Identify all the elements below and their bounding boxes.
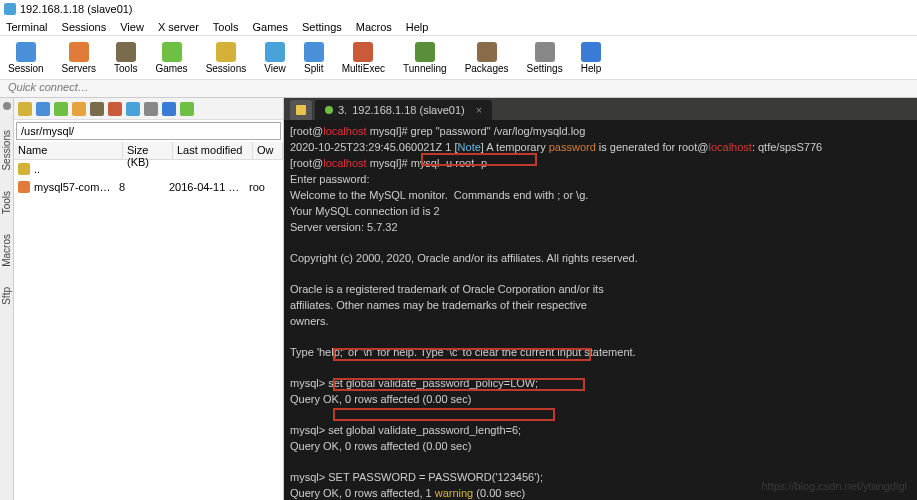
toolbar-session[interactable]: Session	[8, 42, 44, 74]
split-icon	[304, 42, 324, 62]
menu-settings[interactable]: Settings	[302, 21, 342, 33]
toolbar-label: View	[264, 63, 286, 74]
terminal-output[interactable]: [root@localhost mysql]# grep "password" …	[284, 120, 917, 500]
window-titlebar: 192.168.1.18 (slave01)	[0, 0, 917, 18]
file-browser-panel: Name Size (KB) Last modified Ow ..mysql5…	[14, 98, 284, 500]
file-toolbar-icon-7[interactable]	[144, 102, 158, 116]
toolbar-sessions[interactable]: Sessions	[206, 42, 247, 74]
games-icon	[162, 42, 182, 62]
toolbar-label: Packages	[465, 63, 509, 74]
toolbar-games[interactable]: Games	[155, 42, 187, 74]
status-dot-icon	[325, 106, 333, 114]
file-list: ..mysql57-community-release-el…82016-04-…	[14, 160, 283, 196]
file-columns-header: Name Size (KB) Last modified Ow	[14, 142, 283, 160]
file-toolbar-icon-2[interactable]	[54, 102, 68, 116]
terminal-tabbar: 3. 192.168.1.18 (slave01) ×	[284, 98, 917, 120]
view-icon	[265, 42, 285, 62]
toolbar-multiexec[interactable]: MultiExec	[342, 42, 385, 74]
side-tab-tools[interactable]: Tools	[1, 191, 12, 214]
file-name: ..	[34, 163, 119, 175]
home-tab[interactable]	[290, 100, 312, 120]
multiexec-icon	[353, 42, 373, 62]
pin-icon[interactable]	[3, 102, 11, 110]
col-lastmod[interactable]: Last modified	[173, 142, 253, 159]
file-icon	[18, 163, 30, 175]
quick-connect-bar[interactable]: Quick connect…	[0, 80, 917, 98]
menu-sessions[interactable]: Sessions	[62, 21, 107, 33]
packages-icon	[477, 42, 497, 62]
menu-games[interactable]: Games	[253, 21, 288, 33]
menu-xserver[interactable]: X server	[158, 21, 199, 33]
session-icon	[16, 42, 36, 62]
terminal-panel: 3. 192.168.1.18 (slave01) × [root@localh…	[284, 98, 917, 500]
menu-view[interactable]: View	[120, 21, 144, 33]
toolbar-label: Servers	[62, 63, 96, 74]
close-icon[interactable]: ×	[476, 104, 482, 116]
path-input[interactable]	[16, 122, 281, 140]
file-toolbar	[14, 98, 283, 120]
toolbar-label: Tunneling	[403, 63, 447, 74]
tunneling-icon	[415, 42, 435, 62]
col-size[interactable]: Size (KB)	[123, 142, 173, 159]
menu-terminal[interactable]: Terminal	[6, 21, 48, 33]
tab-index: 3.	[338, 104, 347, 116]
file-toolbar-icon-6[interactable]	[126, 102, 140, 116]
file-toolbar-icon-8[interactable]	[162, 102, 176, 116]
file-name: mysql57-community-release-el…	[34, 181, 119, 193]
help-icon	[581, 42, 601, 62]
vertical-sidebar: Sessions Tools Macros Sftp	[0, 98, 14, 500]
session-tab[interactable]: 3. 192.168.1.18 (slave01) ×	[315, 100, 492, 120]
toolbar-settings[interactable]: Settings	[527, 42, 563, 74]
file-toolbar-icon-9[interactable]	[180, 102, 194, 116]
sessions-icon	[216, 42, 236, 62]
toolbar-label: Settings	[527, 63, 563, 74]
main-toolbar: SessionServersToolsGamesSessionsViewSpli…	[0, 36, 917, 80]
toolbar-label: Tools	[114, 63, 137, 74]
toolbar-split[interactable]: Split	[304, 42, 324, 74]
watermark: https://blog.csdn.net/ytangdigl	[761, 479, 907, 494]
file-size: 8	[119, 181, 169, 193]
file-lastmod: 2016-04-11 …	[169, 181, 249, 193]
toolbar-label: MultiExec	[342, 63, 385, 74]
file-row[interactable]: mysql57-community-release-el…82016-04-11…	[14, 178, 283, 196]
file-icon	[18, 181, 30, 193]
file-toolbar-icon-4[interactable]	[90, 102, 104, 116]
toolbar-label: Sessions	[206, 63, 247, 74]
servers-icon	[69, 42, 89, 62]
file-toolbar-icon-5[interactable]	[108, 102, 122, 116]
toolbar-packages[interactable]: Packages	[465, 42, 509, 74]
app-icon	[4, 3, 16, 15]
toolbar-tools[interactable]: Tools	[114, 42, 137, 74]
tools-icon	[116, 42, 136, 62]
file-toolbar-icon-1[interactable]	[36, 102, 50, 116]
menu-macros[interactable]: Macros	[356, 21, 392, 33]
file-toolbar-icon-3[interactable]	[72, 102, 86, 116]
window-title: 192.168.1.18 (slave01)	[20, 3, 133, 15]
side-tab-sessions[interactable]: Sessions	[1, 130, 12, 171]
home-icon	[296, 105, 306, 115]
side-tab-sftp[interactable]: Sftp	[1, 287, 12, 305]
toolbar-label: Help	[581, 63, 602, 74]
toolbar-label: Split	[304, 63, 323, 74]
file-row[interactable]: ..	[14, 160, 283, 178]
toolbar-servers[interactable]: Servers	[62, 42, 96, 74]
col-name[interactable]: Name	[14, 142, 123, 159]
settings-icon	[535, 42, 555, 62]
toolbar-tunneling[interactable]: Tunneling	[403, 42, 447, 74]
toolbar-help[interactable]: Help	[581, 42, 602, 74]
toolbar-view[interactable]: View	[264, 42, 286, 74]
side-tab-macros[interactable]: Macros	[1, 234, 12, 267]
tab-label: 192.168.1.18 (slave01)	[352, 104, 465, 116]
file-owner: roo	[249, 181, 279, 193]
highlight-box	[333, 408, 555, 421]
toolbar-label: Session	[8, 63, 44, 74]
menu-bar: Terminal Sessions View X server Tools Ga…	[0, 18, 917, 36]
file-toolbar-icon-0[interactable]	[18, 102, 32, 116]
menu-tools[interactable]: Tools	[213, 21, 239, 33]
menu-help[interactable]: Help	[406, 21, 429, 33]
toolbar-label: Games	[155, 63, 187, 74]
col-owner[interactable]: Ow	[253, 142, 283, 159]
